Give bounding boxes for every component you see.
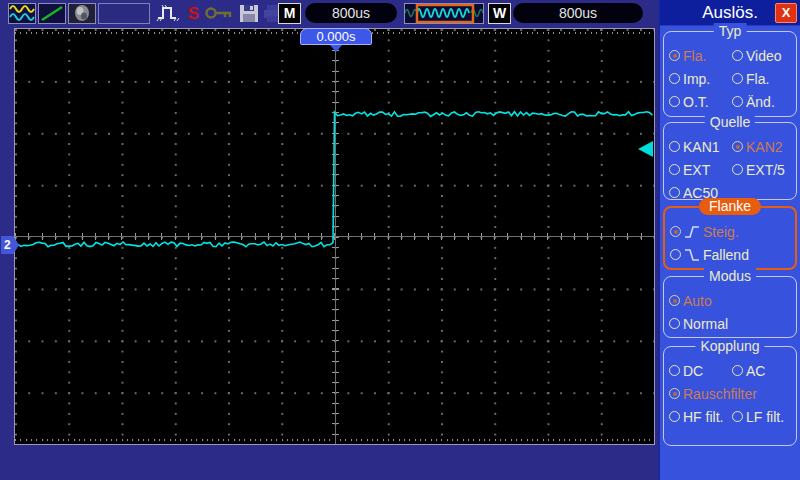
option-fallend[interactable]: Fallend [670,246,795,264]
menu-section-kopplung: KopplungDCACRauschfilterHF filt.LF filt. [663,346,797,446]
option-o-t[interactable]: O.T. [669,94,732,110]
falling-edge-icon [684,246,700,264]
radio-icon [670,249,681,260]
option-label: Rauschfilter [683,386,757,402]
option-row: DCAC [664,359,796,382]
channel-waveforms-icon[interactable] [8,3,36,24]
radio-icon [732,96,743,107]
option-video[interactable]: Video [732,48,795,64]
radio-icon [669,295,680,306]
option-hf-filt[interactable]: HF filt. [669,409,732,425]
radio-icon [732,141,743,152]
option-kan1[interactable]: KAN1 [669,139,732,155]
option-label: KAN2 [746,139,783,155]
option-label: Auto [683,293,712,309]
option-row: EXTEXT/5 [664,158,796,181]
radio-icon [669,411,680,422]
option-kan2[interactable]: KAN2 [732,139,795,155]
option-label: KAN1 [683,139,720,155]
image-blob-icon[interactable] [68,3,96,24]
window-zoom-preview[interactable] [404,3,484,24]
option-label: DC [683,363,703,379]
rising-edge-icon [684,223,700,241]
window-timebase-readout: 800us [513,3,643,23]
option-label: HF filt. [683,409,723,425]
menu-section-quelle: QuelleKAN1KAN2EXTEXT/5AC50 [663,122,797,200]
option-label: Video [746,48,782,64]
trigger-menu-panel: Auslös. X TypFla.VideoImp.Fla.O.T.Änd.Qu… [658,0,800,480]
section-title-typ: Typ [714,23,747,40]
option-row: O.T.Änd. [664,90,796,113]
menu-sections: TypFla.VideoImp.Fla.O.T.Änd.QuelleKAN1KA… [660,26,800,480]
radio-icon [669,164,680,175]
option-row: Imp.Fla. [664,67,796,90]
option-dc[interactable]: DC [669,363,732,379]
option-auto[interactable]: Auto [669,293,796,309]
pulse-icon[interactable] [156,3,182,24]
save-icon[interactable] [238,3,260,24]
option-label: EXT [683,162,710,178]
option-rauschfilter[interactable]: Rauschfilter [669,386,796,402]
option-fla[interactable]: Fla. [669,48,732,64]
option-row: Fallend [665,243,795,266]
radio-icon [732,411,743,422]
option-row: Auto [664,289,796,312]
option-ext-5[interactable]: EXT/5 [732,162,795,178]
radio-icon [732,73,743,84]
option-row: Rauschfilter [664,382,796,405]
option-lf-filt[interactable]: LF filt. [732,409,795,425]
main-timebase-readout: 800us [305,3,397,23]
close-icon[interactable]: X [775,3,797,23]
trigger-level-marker[interactable] [638,141,653,157]
section-title-flanke: Flanke [699,198,761,215]
radio-icon [669,365,680,376]
option-imp[interactable]: Imp. [669,71,732,87]
trigger-time-marker[interactable]: 0.000s [300,28,372,45]
waveform-display [14,28,655,445]
option-fla[interactable]: Fla. [732,71,795,87]
menu-section-modus: ModusAutoNormal [663,276,797,338]
option-label: EXT/5 [746,162,785,178]
option-label: Normal [683,316,728,332]
option-label: Imp. [683,71,710,87]
option-label: AC [746,363,765,379]
option-row: Normal [664,312,796,335]
section-title-kopplung: Kopplung [695,338,764,355]
option-ext[interactable]: EXT [669,162,732,178]
option-label: O.T. [683,94,709,110]
option-label: Steig. [703,224,739,240]
radio-icon [732,50,743,61]
radio-icon [670,226,681,237]
option-row: Steig. [665,220,795,243]
option-label: Änd. [746,94,775,110]
main-timebase-button[interactable]: M [278,3,301,24]
window-timebase-button[interactable]: W [488,3,511,24]
option-row: Fla.Video [664,44,796,67]
status-bar: DC 20 2.00V CH2 3.68V 0.00000Hz [0,448,658,480]
radio-icon [669,388,680,399]
option-ac[interactable]: AC [732,363,795,379]
option-label: Fla. [683,48,706,64]
radio-icon [669,318,680,329]
option-row: KAN1KAN2 [664,135,796,158]
menu-section-flanke: FlankeSteig.Fallend [663,206,797,270]
radio-icon [732,365,743,376]
key-icon[interactable] [204,3,234,24]
s-icon[interactable]: S [186,3,201,24]
radio-icon [669,96,680,107]
radio-icon [669,141,680,152]
radio-icon [669,50,680,61]
option-label: Fla. [746,71,769,87]
section-title-quelle: Quelle [705,114,755,131]
radio-icon [732,164,743,175]
radio-icon [669,187,680,198]
option-label: Fallend [703,247,749,263]
menu-section-typ: TypFla.VideoImp.Fla.O.T.Änd. [663,31,797,117]
option-steig[interactable]: Steig. [670,223,795,241]
option-änd[interactable]: Änd. [732,94,795,110]
line-icon[interactable] [38,3,66,24]
top-toolbar: S M 800us W 800us [0,0,658,27]
option-normal[interactable]: Normal [669,316,796,332]
option-label: LF filt. [746,409,784,425]
option-row: HF filt.LF filt. [664,405,796,428]
